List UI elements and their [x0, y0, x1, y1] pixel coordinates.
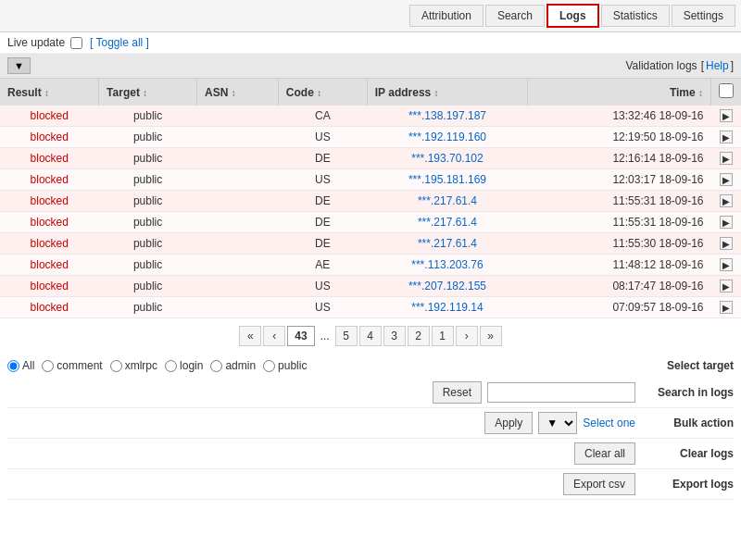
select-one-link[interactable]: Select one [583, 417, 635, 429]
table-row: blocked public DE ***.193.70.102 12:16:1… [0, 148, 741, 169]
row-expand-arrow[interactable]: ▶ [720, 152, 733, 165]
cell-action[interactable]: ▶ [711, 255, 742, 276]
nav-settings[interactable]: Settings [672, 5, 735, 27]
row-expand-arrow[interactable]: ▶ [720, 109, 733, 122]
cell-action[interactable]: ▶ [711, 127, 742, 148]
cell-code: US [278, 169, 367, 191]
top-navigation: Attribution Search Logs Statistics Setti… [0, 0, 741, 32]
cell-action[interactable]: ▶ [711, 148, 742, 169]
page-last[interactable]: » [480, 326, 502, 346]
cell-ip[interactable]: ***.192.119.14 [367, 297, 527, 318]
page-4[interactable]: 4 [359, 326, 382, 346]
cell-target: public [99, 212, 197, 233]
collapse-button[interactable]: ▼ [7, 57, 31, 74]
nav-search[interactable]: Search [485, 5, 545, 27]
live-update-bar: Live update [ Toggle all ] [0, 32, 741, 54]
page-2[interactable]: 2 [408, 326, 430, 346]
col-checkbox-header [711, 79, 742, 106]
filter-xmlrpc[interactable]: xmlrpc [110, 359, 157, 372]
cell-time: 13:32:46 18-09-16 [528, 106, 711, 127]
cell-result: blocked [0, 212, 99, 233]
cell-asn [197, 255, 279, 276]
cell-action[interactable]: ▶ [711, 106, 742, 127]
page-prev[interactable]: ‹ [263, 326, 285, 346]
toggle-all-link[interactable]: [ Toggle all ] [90, 36, 149, 49]
export-logs-label: Export logs [641, 478, 734, 491]
cell-ip[interactable]: ***.195.181.169 [367, 169, 527, 191]
nav-logs[interactable]: Logs [546, 4, 599, 28]
cell-result: blocked [0, 127, 99, 148]
page-next[interactable]: › [456, 326, 478, 346]
cell-target: public [99, 276, 197, 297]
filter-public[interactable]: public [263, 359, 307, 372]
clear-all-button[interactable]: Clear all [574, 442, 635, 465]
cell-result: blocked [0, 106, 99, 127]
row-expand-arrow[interactable]: ▶ [720, 258, 733, 271]
filter-login-radio[interactable] [165, 360, 177, 372]
table-row: blocked public DE ***.217.61.4 11:55:31 … [0, 212, 741, 233]
row-expand-arrow[interactable]: ▶ [720, 280, 733, 292]
table-row: blocked public US ***.207.182.155 08:17:… [0, 276, 741, 297]
cell-ip[interactable]: ***.192.119.160 [367, 127, 527, 148]
nav-statistics[interactable]: Statistics [601, 5, 670, 27]
filter-comment[interactable]: comment [42, 359, 102, 372]
live-update-checkbox[interactable] [70, 37, 82, 49]
filter-comment-radio[interactable] [42, 360, 54, 372]
nav-attribution[interactable]: Attribution [409, 5, 484, 27]
cell-target: public [99, 127, 197, 148]
cell-ip[interactable]: ***.217.61.4 [367, 191, 527, 212]
page-43[interactable]: 43 [287, 326, 314, 346]
row-expand-arrow[interactable]: ▶ [720, 173, 733, 186]
reset-button[interactable]: Reset [433, 381, 482, 404]
page-3[interactable]: 3 [383, 326, 406, 346]
export-csv-button[interactable]: Export csv [563, 473, 635, 495]
row-expand-arrow[interactable]: ▶ [720, 131, 733, 143]
filter-all-radio[interactable] [7, 360, 19, 372]
select-all-checkbox[interactable] [719, 83, 734, 98]
row-expand-arrow[interactable]: ▶ [720, 237, 733, 250]
cell-time: 11:55:31 18-09-16 [528, 191, 711, 212]
table-row: blocked public US ***.192.119.14 07:09:5… [0, 297, 741, 318]
cell-action[interactable]: ▶ [711, 191, 742, 212]
search-logs-label: Search in logs [641, 386, 734, 399]
apply-button[interactable]: Apply [484, 412, 533, 434]
filter-xmlrpc-radio[interactable] [110, 360, 122, 372]
cell-action[interactable]: ▶ [711, 169, 742, 191]
cell-action[interactable]: ▶ [711, 276, 742, 297]
bulk-action-row: Apply ▼ Select one Bulk action [7, 408, 734, 439]
search-logs-input[interactable] [487, 382, 635, 403]
cell-time: 07:09:57 18-09-16 [528, 297, 711, 318]
cell-action[interactable]: ▶ [711, 297, 742, 318]
row-expand-arrow[interactable]: ▶ [720, 301, 733, 314]
clear-logs-label: Clear logs [641, 447, 734, 460]
help-link[interactable]: Help [706, 59, 729, 72]
cell-ip[interactable]: ***.217.61.4 [367, 233, 527, 255]
filter-all[interactable]: All [7, 359, 34, 372]
cell-ip[interactable]: ***.193.70.102 [367, 148, 527, 169]
cell-action[interactable]: ▶ [711, 233, 742, 255]
cell-action[interactable]: ▶ [711, 212, 742, 233]
cell-ip[interactable]: ***.207.182.155 [367, 276, 527, 297]
table-row: blocked public DE ***.217.61.4 11:55:30 … [0, 233, 741, 255]
cell-ip[interactable]: ***.113.203.76 [367, 255, 527, 276]
cell-time: 11:48:12 18-09-16 [528, 255, 711, 276]
filter-admin-radio[interactable] [210, 360, 222, 372]
export-logs-row: Export csv Export logs [7, 469, 734, 500]
logs-table: Result ↕ Target ↕ ASN ↕ Code ↕ IP addres… [0, 79, 741, 318]
filter-admin-label: admin [225, 359, 256, 372]
filter-login[interactable]: login [165, 359, 203, 372]
cell-time: 11:55:31 18-09-16 [528, 212, 711, 233]
filter-public-radio[interactable] [263, 360, 275, 372]
cell-asn [197, 127, 279, 148]
cell-ip[interactable]: ***.138.197.187 [367, 106, 527, 127]
filter-xmlrpc-label: xmlrpc [125, 359, 157, 372]
row-expand-arrow[interactable]: ▶ [720, 194, 733, 207]
filter-admin[interactable]: admin [210, 359, 256, 372]
logs-title: Validation logs [625, 59, 697, 72]
cell-ip[interactable]: ***.217.61.4 [367, 212, 527, 233]
page-first[interactable]: « [239, 326, 261, 346]
bulk-dropdown[interactable]: ▼ [538, 412, 577, 434]
row-expand-arrow[interactable]: ▶ [720, 216, 733, 229]
page-5[interactable]: 5 [335, 326, 358, 346]
page-1[interactable]: 1 [432, 326, 454, 346]
